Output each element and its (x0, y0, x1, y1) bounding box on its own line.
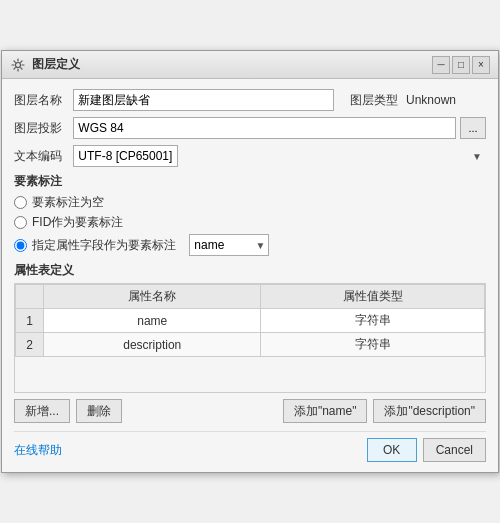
attr-table-body: 1 name 字符串 2 description 字符串 (16, 309, 485, 357)
attr-section-title: 属性表定义 (14, 262, 486, 279)
attr-name-cell: name (44, 309, 261, 333)
layer-name-input[interactable] (73, 89, 334, 111)
bottom-btns-right: 添加"name" 添加"description" (283, 399, 486, 423)
layer-name-row: 图层名称 图层类型 Unknown (14, 89, 486, 111)
encoding-select-arrow: ▼ (472, 151, 482, 162)
attr-table-header: 属性名称 属性值类型 (16, 285, 485, 309)
encoding-select[interactable]: UTF-8 [CP65001] GBK GB2312 (73, 145, 178, 167)
attr-select-wrapper: name description fid ▼ (189, 234, 269, 256)
attr-name-cell: description (44, 333, 261, 357)
dialog-title: 图层定义 (32, 56, 80, 73)
encoding-select-wrapper: UTF-8 [CP65001] GBK GB2312 ▼ (73, 145, 486, 167)
minimize-button[interactable]: ─ (432, 56, 450, 74)
attr-col-num (16, 285, 44, 309)
svg-point-0 (16, 62, 21, 67)
layer-type-value: Unknown (406, 93, 486, 107)
radio-row-1: 要素标注为空 (14, 194, 486, 211)
title-bar: 图层定义 ─ □ × (2, 51, 498, 79)
feature-label-select[interactable]: name description fid (189, 234, 269, 256)
bottom-btns-left: 新增... 删除 (14, 399, 122, 423)
radio-empty[interactable] (14, 196, 27, 209)
radio-empty-label: 要素标注为空 (32, 194, 104, 211)
projection-input[interactable] (73, 117, 456, 139)
delete-button[interactable]: 删除 (76, 399, 122, 423)
radio-attr[interactable] (14, 239, 27, 252)
attr-table-header-row: 属性名称 属性值类型 (16, 285, 485, 309)
gear-icon (10, 57, 26, 73)
radio-fid[interactable] (14, 216, 27, 229)
attr-table-container[interactable]: 属性名称 属性值类型 1 name 字符串 2 description 字符串 (14, 283, 486, 393)
feature-label-section-title: 要素标注 (14, 173, 486, 190)
radio-row-3: 指定属性字段作为要素标注 name description fid ▼ (14, 234, 486, 256)
radio-fid-label: FID作为要素标注 (32, 214, 123, 231)
dialog-container: 图层定义 ─ □ × 图层名称 图层类型 Unknown 图层投影 ... 文本… (1, 50, 499, 473)
table-row[interactable]: 2 description 字符串 (16, 333, 485, 357)
row-num: 2 (16, 333, 44, 357)
title-bar-left: 图层定义 (10, 56, 80, 73)
cancel-button[interactable]: Cancel (423, 438, 486, 462)
maximize-button[interactable]: □ (452, 56, 470, 74)
attr-col-name-header: 属性名称 (44, 285, 261, 309)
add-name-button[interactable]: 添加"name" (283, 399, 368, 423)
projection-label: 图层投影 (14, 120, 62, 137)
encoding-label: 文本编码 (14, 148, 62, 165)
row-num: 1 (16, 309, 44, 333)
title-bar-controls: ─ □ × (432, 56, 490, 74)
attr-type-cell: 字符串 (261, 333, 485, 357)
bottom-buttons-row: 新增... 删除 添加"name" 添加"description" (14, 399, 486, 423)
projection-row: 图层投影 ... (14, 117, 486, 139)
dialog-body: 图层名称 图层类型 Unknown 图层投影 ... 文本编码 UTF-8 [C… (2, 79, 498, 472)
footer-btns: OK Cancel (367, 438, 486, 462)
layer-name-label: 图层名称 (14, 92, 62, 109)
attr-table: 属性名称 属性值类型 1 name 字符串 2 description 字符串 (15, 284, 485, 357)
attr-type-cell: 字符串 (261, 309, 485, 333)
radio-group: 要素标注为空 FID作为要素标注 指定属性字段作为要素标注 name descr… (14, 194, 486, 256)
layer-type-label: 图层类型 (350, 92, 398, 109)
encoding-row: 文本编码 UTF-8 [CP65001] GBK GB2312 ▼ (14, 145, 486, 167)
radio-row-2: FID作为要素标注 (14, 214, 486, 231)
browse-button[interactable]: ... (460, 117, 486, 139)
table-row[interactable]: 1 name 字符串 (16, 309, 485, 333)
footer-row: 在线帮助 OK Cancel (14, 431, 486, 462)
ok-button[interactable]: OK (367, 438, 417, 462)
add-desc-button[interactable]: 添加"description" (373, 399, 486, 423)
add-button[interactable]: 新增... (14, 399, 70, 423)
attr-col-type-header: 属性值类型 (261, 285, 485, 309)
close-button[interactable]: × (472, 56, 490, 74)
help-link[interactable]: 在线帮助 (14, 442, 62, 459)
radio-attr-label: 指定属性字段作为要素标注 (32, 237, 176, 254)
